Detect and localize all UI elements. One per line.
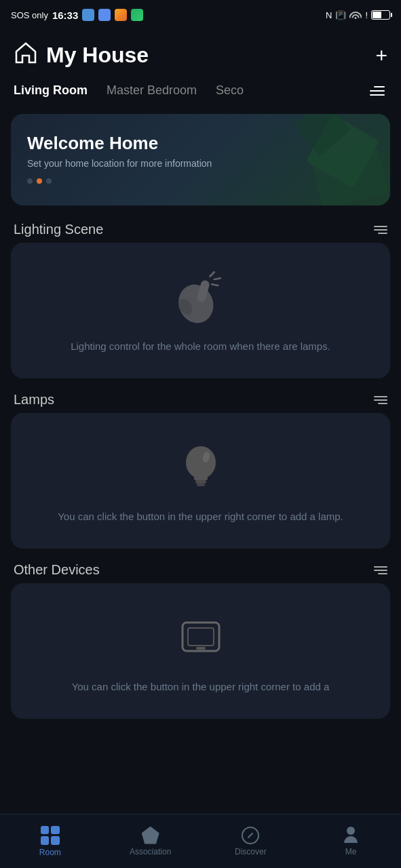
svg-line-2 — [212, 284, 218, 285]
room-nav-icon — [41, 826, 60, 845]
welcome-subtitle: Set your home location for more informat… — [27, 158, 374, 169]
other-devices-toggle-line-3 — [378, 573, 387, 574]
nav-me-label: Me — [345, 847, 357, 856]
welcome-banner: Welcome Home Set your home location for … — [11, 114, 390, 205]
status-right: N 📳 ! — [326, 9, 390, 21]
sos-text: SOS only — [11, 10, 48, 20]
lamps-icon-area — [174, 437, 228, 498]
banner-dot-3[interactable] — [46, 178, 52, 184]
lamps-toggle[interactable] — [374, 396, 387, 404]
status-bar: SOS only 16:33 N 📳 ! — [0, 0, 401, 30]
battery-indicator — [371, 10, 390, 20]
bulb-icon — [177, 441, 225, 495]
nav-room-label: Room — [39, 848, 61, 857]
other-devices-toggle-line-2 — [374, 570, 387, 571]
other-devices-card: You can click the button in the upper ri… — [11, 583, 390, 719]
room-icon-cell-4 — [51, 836, 60, 845]
alert-icon: ! — [365, 10, 368, 20]
person-head — [347, 827, 355, 835]
battery-fill — [373, 12, 381, 18]
toggle-line-1 — [374, 226, 387, 227]
tab-master-bedroom[interactable]: Master Bedroom — [107, 81, 197, 100]
nav-association[interactable]: Association — [100, 821, 201, 862]
tabs-menu-button[interactable] — [367, 83, 387, 98]
banner-dot-2[interactable] — [37, 178, 42, 184]
room-tabs: Living Room Master Bedroom Seco — [0, 75, 401, 106]
menu-line-3 — [370, 94, 385, 96]
room-icon-cell-1 — [41, 826, 50, 835]
nfc-icon: N — [326, 10, 332, 20]
svg-rect-12 — [188, 628, 214, 646]
device-icon — [177, 614, 225, 662]
room-icon-cell-3 — [41, 836, 50, 845]
discover-icon — [242, 827, 259, 844]
lamps-section: Lamps You can click the — [11, 384, 390, 549]
time-display: 16:33 — [52, 9, 78, 21]
lighting-scene-title: Lighting Scene — [14, 222, 103, 237]
header-left: My House — [14, 41, 149, 70]
lighting-scene-toggle[interactable] — [374, 226, 387, 234]
lighting-scene-card: Lighting control for the whole room when… — [11, 243, 390, 378]
other-devices-icon-area — [174, 608, 228, 669]
toggle-line-2 — [374, 229, 387, 231]
menu-line-1 — [374, 86, 385, 87]
other-devices-toggle[interactable] — [374, 566, 387, 574]
lamps-desc: You can click the button in the upper ri… — [58, 509, 343, 525]
upload-app-icon — [98, 9, 111, 21]
house-icon — [14, 41, 38, 70]
tab-second-room[interactable]: Seco — [216, 81, 244, 100]
tab-living-room[interactable]: Living Room — [14, 81, 88, 100]
status-left: SOS only 16:33 — [11, 9, 143, 21]
toggle-line-3 — [378, 233, 387, 234]
room-icon-cell-2 — [51, 826, 60, 835]
svg-rect-8 — [195, 480, 206, 484]
compass-needle — [248, 832, 253, 837]
lamps-title: Lamps — [14, 392, 54, 408]
game-app-icon — [115, 9, 127, 21]
leaf-app-icon — [131, 9, 143, 21]
svg-line-1 — [214, 278, 220, 279]
menu-line-2 — [370, 90, 385, 92]
lighting-scene-desc: Lighting control for the whole room when… — [71, 339, 330, 355]
svg-rect-7 — [194, 476, 208, 480]
banner-dot-1[interactable] — [27, 178, 33, 184]
svg-line-0 — [210, 272, 214, 276]
bottom-nav: Room Association Discover Me — [0, 814, 401, 868]
me-icon — [342, 827, 360, 844]
svg-point-6 — [186, 446, 216, 479]
lamps-toggle-line-2 — [374, 399, 387, 401]
banner-dots — [27, 178, 374, 184]
page-title: My House — [46, 43, 149, 68]
other-devices-title: Other Devices — [14, 562, 100, 578]
svg-rect-13 — [196, 647, 206, 650]
lighting-scene-section: Lighting Scene — [11, 214, 390, 378]
other-devices-header: Other Devices — [11, 554, 390, 583]
other-devices-toggle-line-1 — [374, 566, 387, 568]
association-icon — [142, 827, 159, 844]
nav-discover[interactable]: Discover — [201, 821, 301, 862]
messages-app-icon — [82, 9, 94, 21]
lamps-header: Lamps — [11, 384, 390, 413]
wifi-icon — [349, 9, 362, 21]
nav-association-label: Association — [130, 847, 171, 856]
other-devices-section: Other Devices You can click the button i… — [11, 554, 390, 719]
welcome-title: Welcome Home — [27, 133, 374, 154]
nav-room[interactable]: Room — [0, 821, 100, 863]
nav-me[interactable]: Me — [301, 821, 401, 862]
lighting-scene-icon-area — [167, 267, 235, 328]
lamps-toggle-line-3 — [378, 403, 387, 404]
lighting-scene-header: Lighting Scene — [11, 214, 390, 243]
nav-discover-label: Discover — [235, 847, 267, 856]
other-devices-desc: You can click the button in the upper ri… — [72, 679, 330, 695]
svg-rect-9 — [197, 484, 205, 486]
add-button[interactable]: + — [375, 45, 387, 66]
header: My House + — [0, 30, 401, 75]
person-body — [344, 836, 358, 843]
lighting-scene-icon — [170, 267, 231, 328]
lamps-card: You can click the button in the upper ri… — [11, 413, 390, 549]
lamps-toggle-line-1 — [374, 396, 387, 397]
vibrate-icon: 📳 — [335, 10, 346, 20]
